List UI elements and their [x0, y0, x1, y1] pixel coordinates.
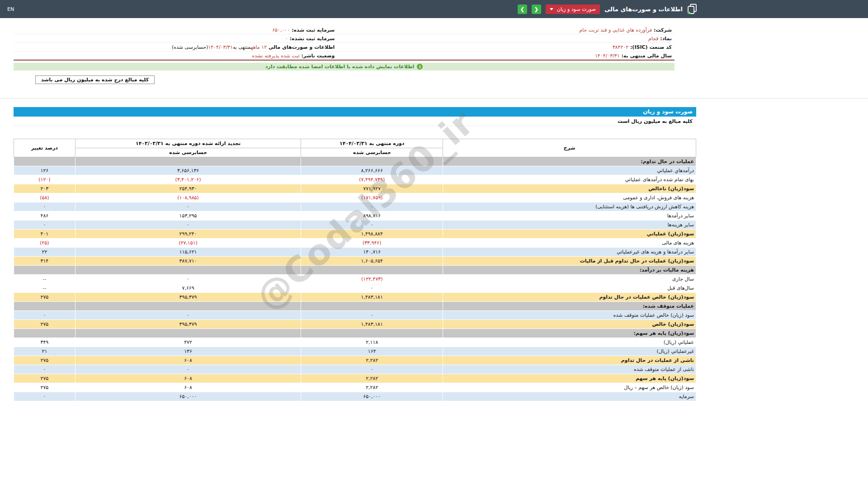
copy-document-icon[interactable] [687, 4, 697, 14]
table-row: سود(زیان) عملیات در حال تداوم قبل از مال… [14, 257, 696, 266]
language-toggle[interactable]: EN [7, 6, 14, 12]
table-row: سایر درآمدها۸۹۸,۷۱۶۱۵۳,۲۹۵۴۸۶ [14, 211, 696, 221]
info-row: کد صنعت (ISIC): ۳۸۴۲۰۲اطلاعات و صورت‌های… [14, 43, 675, 52]
change-percent: ۳۱۴ [14, 257, 75, 266]
period2-value: ۴۷۲ [75, 338, 301, 347]
table-row: سود(زیان) ناخالص۷۷۱,۹۲۷۲۵۴,۹۳۰۲۰۳ [14, 184, 696, 193]
change-percent: ۲۷۵ [14, 383, 75, 392]
period1-value: ۲,۲۸۲ [301, 356, 443, 365]
row-label: سود(زیان) ناخالص [443, 184, 696, 193]
table-row: سایر درآمدها و هزینه های غیرعملیاتي۱۴۰,۷… [14, 248, 696, 257]
row-label: سود(زیان) عملیات در حال تداوم قبل از مال… [443, 257, 696, 266]
table-row: هزینه های فروش، اداری و عمومی(۱۷۱,۷۵۹)(۱… [14, 193, 696, 202]
period1-value: (۱۲۲,۴۷۳) [301, 275, 443, 284]
period1-value: ۰ [301, 365, 443, 374]
previous-statement-button[interactable]: ❮ [532, 5, 541, 14]
change-percent: ۰ [14, 202, 75, 211]
col-change-header: درصد تغییر [14, 139, 75, 157]
audited-subheader-period1: حسابرسی شده [301, 148, 443, 157]
period2-value: ۱۱۵,۶۲۱ [75, 248, 301, 257]
section-row: عملیات در حال تداوم: [14, 157, 696, 166]
period1-value [301, 302, 443, 311]
change-percent [14, 266, 75, 275]
row-label: بهای تمام شده درآمدهای عملیاتي [443, 175, 696, 184]
table-row: سال‌های قبل۰۷,۶۶۹-- [14, 284, 696, 293]
next-statement-button[interactable]: ❯ [518, 5, 527, 14]
change-percent [14, 302, 75, 311]
table-row: سایر هزینه‌ها۰۰۰ [14, 221, 696, 230]
period2-value: ۰ [75, 311, 301, 320]
info-cell-left: اطلاعات و صورت‌های مالی ۱۲ ماههمنتهی به۱… [14, 43, 337, 52]
period2-value: ۰ [75, 275, 301, 284]
info-icon: i [417, 64, 423, 70]
audited-subheader-period2: حسابرسی شده [75, 148, 301, 157]
period1-value: (۳۳,۹۴۶) [301, 239, 443, 248]
period2-value: ۶۰۸ [75, 383, 301, 392]
period1-value: ۱,۶۰۵,۶۵۴ [301, 257, 443, 266]
table-row: هزینه کاهش ارزش دریافتنی ها (هزینه استثن… [14, 202, 696, 211]
table-row: سود(زیان) خالص۱,۴۸۳,۱۸۱۳۹۵,۳۷۹۲۷۵ [14, 320, 696, 329]
change-percent: ۱۲۶ [14, 166, 75, 175]
period1-value: ۲,۲۸۲ [301, 374, 443, 383]
period2-value: ۲۹۹,۲۴۰ [75, 230, 301, 239]
row-label: سال‌های قبل [443, 284, 696, 293]
section-divider [0, 98, 868, 99]
income-statement-table: شرح دوره منتهی به ۱۴۰۴/۰۳/۳۱ تجدید ارائه… [14, 139, 696, 401]
table-row: سود(زیان) عملیاتي۱,۴۹۸,۸۸۴۲۹۹,۲۴۰۴۰۱ [14, 230, 696, 239]
row-label: سایر درآمدها [443, 211, 696, 221]
dropdown-label: صورت سود و زیان [557, 6, 596, 12]
change-percent: ۰ [14, 365, 75, 374]
period1-value: ۱,۴۸۳,۱۸۱ [301, 320, 443, 329]
period2-value: ۰ [75, 221, 301, 230]
change-percent: (۵۸) [14, 193, 75, 202]
period2-value [75, 157, 301, 166]
period2-value: ۱۳۶ [75, 347, 301, 356]
period2-value [75, 302, 301, 311]
change-percent: (۲۵) [14, 239, 75, 248]
row-label: ناشی از عملیات در حال تداوم [443, 356, 696, 365]
table-row: هزینه های مالی(۳۳,۹۴۶)(۲۷,۱۵۱)(۲۵) [14, 239, 696, 248]
period1-value: ۱,۴۹۸,۸۸۴ [301, 230, 443, 239]
period2-value: ۶۰۸ [75, 374, 301, 383]
section-row: هزینه مالیات بر درآمد: [14, 266, 696, 275]
statement-type-dropdown[interactable]: صورت سود و زیان [546, 5, 600, 14]
change-percent: ۰ [14, 392, 75, 401]
info-cell-right: نماد: قجام [337, 34, 675, 43]
signed-info-text: اطلاعات نمایش داده شده با اطلاعات امضا ش… [265, 64, 415, 70]
period2-value: ۳۹۵,۳۷۹ [75, 320, 301, 329]
change-percent: ۲۷۵ [14, 356, 75, 365]
change-percent: ۲۰۳ [14, 184, 75, 193]
change-percent: ۲۲ [14, 248, 75, 257]
col-desc-header: شرح [443, 139, 696, 157]
period1-value: ۸۹۸,۷۱۶ [301, 211, 443, 221]
section-row: سود(زیان) پایه هر سهم: [14, 329, 696, 338]
table-header: شرح دوره منتهی به ۱۴۰۴/۰۳/۳۱ تجدید ارائه… [14, 139, 696, 157]
section-row: عملیات متوقف شده: [14, 302, 696, 311]
spacer [155, 75, 696, 84]
table-row: ناشی از عملیات متوقف شده۰۰۰ [14, 365, 696, 374]
row-label: سود(زیان) پایه هر سهم: [443, 329, 696, 338]
col-period1-header: دوره منتهی به ۱۴۰۴/۰۳/۳۱ [301, 139, 443, 148]
row-label: سایر هزینه‌ها [443, 221, 696, 230]
period2-value: ۶۵۰,۰۰۰ [75, 392, 301, 401]
change-percent [14, 329, 75, 338]
row-label: سود(زیان) پایه هر سهم [443, 374, 696, 383]
table-row: درآمدهاي عملياتي۸,۲۶۶,۶۶۶۳,۶۵۶,۱۳۶۱۲۶ [14, 166, 696, 175]
info-cell-left: وضعیت ناشر: ثبت شده پذیرفته نشده [14, 52, 337, 60]
info-cell-right: کد صنعت (ISIC): ۳۸۴۲۰۲ [337, 43, 675, 52]
info-cell-left: سرمایه ثبت شده: ۶۵۰,۰۰۰ [14, 26, 337, 34]
change-percent [14, 157, 75, 166]
period1-value: ۷۷۱,۹۲۷ [301, 184, 443, 193]
period2-value: (۳,۴۰۱,۲۰۶) [75, 175, 301, 184]
period2-value: (۱۰۸,۹۸۵) [75, 193, 301, 202]
row-label: عملیات در حال تداوم: [443, 157, 696, 166]
change-percent: ۰ [14, 311, 75, 320]
row-label: سایر درآمدها و هزینه های غیرعملیاتي [443, 248, 696, 257]
top-navbar: اطلاعات و صورت‌های مالی صورت سود و زیان … [0, 0, 868, 18]
period1-value: ۲,۲۸۲ [301, 383, 443, 392]
signed-info-banner: i اطلاعات نمایش داده شده با اطلاعات امضا… [14, 63, 675, 70]
table-row: سود (زیان) خالص عملیات متوقف شده۰۰۰ [14, 311, 696, 320]
row-label: سال جاری [443, 275, 696, 284]
row-label: سود(زیان) خالص عملیات در حال تداوم [443, 293, 696, 302]
row-label: سود (زیان) خالص هر سهم – ریال [443, 383, 696, 392]
